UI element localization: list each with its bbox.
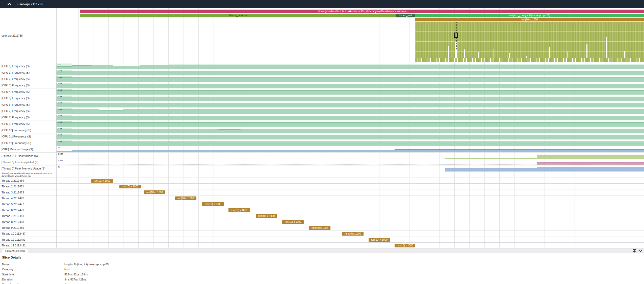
track-row[interactable]: [CPU 7] Frequency (S)2.5 K (0, 108, 644, 114)
selected-slice-fib[interactable] (454, 33, 458, 38)
track-canvas[interactable]: run(10) x 1000 (56, 237, 644, 242)
track-row[interactable]: Thread 9 2112485run(10) x 1000 (0, 225, 644, 231)
track-row[interactable]: [CPU 11] Frequency (S)2.5 K (0, 133, 644, 139)
flame-gap (624, 51, 625, 58)
track-row[interactable]: [CPU 5] Frequency (S)2.5 K (0, 95, 644, 101)
process-header-bar[interactable]: user-api 2111738 (0, 0, 644, 8)
slice-run10[interactable]: run(10) x 1000 (256, 214, 277, 218)
track-canvas[interactable]: run(10) x 1000 (56, 184, 644, 189)
counter-fill (56, 66, 72, 69)
track-row[interactable]: [CPU 1] Frequency (S)2.5 K (0, 69, 644, 75)
slice-run10[interactable]: run(10) x 1000 (342, 232, 364, 236)
track-row[interactable]: Thread 7 2112481run(10) x 1000 (0, 213, 644, 219)
slice-run10[interactable]: run(10) x 1000 (228, 208, 250, 212)
flamegraph-fib-slices[interactable] (415, 22, 644, 58)
slice-run10[interactable]: run(10) x 1000 (119, 185, 141, 188)
slice-thread-wait[interactable]: thread_wait (396, 14, 415, 17)
track-row[interactable]: [Thread 0] Peak Memory Usage (S)50 (0, 165, 644, 172)
track-row[interactable]: Thread 8 2112483run(10) x 1000 (0, 219, 644, 224)
process-track-row[interactable]: user-api 2111738 /home/jrmadsen/devel/c+… (0, 8, 644, 63)
track-canvas[interactable]: 2.5 K (56, 140, 644, 146)
counter-fill (445, 165, 537, 165)
track-canvas[interactable]: run(10) x 1000 (56, 178, 644, 183)
slice-run10[interactable]: run(10) x 1000 (282, 220, 304, 224)
track-canvas[interactable]: 2.5 K (56, 127, 644, 133)
slice-run-main[interactable]: run(size_t, long int) [user-api.cpp:91] (415, 14, 644, 17)
track-canvas[interactable]: 5 K (56, 63, 644, 69)
track-row[interactable]: [CPU 3] Frequency (S)2.5 K (0, 82, 644, 88)
track-row[interactable]: [CPU 4] Frequency (S)2.5 K (0, 89, 644, 95)
dock-to-top-icon[interactable] (633, 249, 636, 252)
slice-run10[interactable]: run(10) x 1000 (369, 238, 390, 242)
track-canvas[interactable]: run(10) x 1000 (56, 213, 644, 219)
track-canvas[interactable]: 2.5 K (56, 108, 644, 114)
track-canvas[interactable]: 2.5 K (56, 101, 644, 107)
track-label: [CPU 5] Frequency (S) (0, 95, 56, 101)
track-canvas[interactable]: 2.5 K (56, 69, 644, 75)
track-row[interactable]: Thread 2 2112471run(10) x 1000 (0, 183, 644, 189)
slice-run10[interactable]: run(10) x 1000 (175, 196, 196, 200)
track-row[interactable]: Thread 6 2112479run(10) x 1000 (0, 207, 644, 213)
track-row[interactable]: Thread 12 2112491run(10) x 1000 (0, 242, 644, 248)
track-canvas[interactable]: run(10) x 1000 (56, 189, 644, 195)
slice-run10-main[interactable]: run(10) x 1000 (415, 18, 644, 21)
track-row[interactable]: [Thread 0] FP instructions (S)0.5 M (0, 152, 644, 159)
track-row[interactable]: Thread 10 2112487run(10) x 1000 (0, 231, 644, 236)
slice-run10[interactable]: run(10) x 1000 (91, 179, 113, 183)
track-canvas[interactable]: 2.5 K (56, 114, 644, 120)
track-label: [CPU 12] Frequency (S) (0, 140, 56, 146)
track-canvas[interactable]: 2.5 K (56, 89, 644, 95)
track-label: [CPU 3] Frequency (S) (0, 82, 56, 88)
timeline-area[interactable]: user-api 2111738 /home/jrmadsen/devel/c+… (0, 8, 644, 248)
track-canvas[interactable]: run(10) x 1000 (56, 201, 644, 207)
track-canvas[interactable]: 2.5 K (56, 121, 644, 127)
track-row[interactable]: [CPU 0] Frequency (S)5 K (0, 63, 644, 69)
track-row[interactable]: Thread 5 2112477run(10) x 1000 (0, 201, 644, 207)
track-canvas[interactable] (56, 172, 644, 178)
chevron-down-icon[interactable] (639, 249, 642, 252)
slice-run10[interactable]: run(10) x 1000 (395, 244, 415, 247)
track-canvas[interactable]: run(10) x 1000 (56, 219, 644, 224)
slice-run10[interactable]: run(10) x 1000 (144, 190, 165, 194)
slice-run10[interactable]: run(10) x 1000 (202, 202, 224, 206)
slice-run10[interactable]: run(10) x 1000 (309, 226, 330, 230)
track-row[interactable]: Thread 11 2112489run(10) x 1000 (0, 237, 644, 242)
track-label: Thread 7 2112481 (0, 213, 56, 219)
track-row[interactable]: /home/jrmadsen/devel/c++/AARInternal/hos… (0, 172, 644, 178)
track-canvas[interactable]: 50 (56, 165, 644, 172)
track-canvas[interactable]: 75 (56, 146, 644, 152)
flamegraph-leaf-slices[interactable] (415, 58, 644, 62)
slice-thread-creation[interactable]: thread_creation (80, 14, 396, 17)
track-canvas[interactable]: run(10) x 1000 (56, 225, 644, 231)
slice-process-path[interactable]: /home/jrmadsen/devel/c++/AARInternal/hos… (80, 10, 644, 13)
track-row[interactable]: [CPU] Memory Usage (S)75 (0, 146, 644, 152)
track-canvas[interactable]: 0.5 M (56, 153, 644, 159)
track-row[interactable]: [CPU 10] Frequency (S)2.5 K (0, 127, 644, 133)
track-row[interactable]: [CPU 8] Frequency (S)2.5 K (0, 114, 644, 120)
track-row[interactable]: [CPU 2] Frequency (S)2.5 K (0, 76, 644, 82)
track-label: [CPU 2] Frequency (S) (0, 76, 56, 82)
track-row[interactable]: [Thread 0] Instr completed (S)2.5 G (0, 159, 644, 165)
track-canvas[interactable]: 2.5 K (56, 76, 644, 82)
track-canvas[interactable]: run(10) x 1000 (56, 231, 644, 236)
track-row[interactable]: [CPU 9] Frequency (S)2.5 K (0, 121, 644, 127)
counter-scale-label: 2.5 K (58, 127, 63, 130)
track-row[interactable]: Thread 1 2112469run(10) x 1000 (0, 178, 644, 183)
track-canvas[interactable]: 2.5 K (56, 82, 644, 88)
track-canvas[interactable]: 2.5 G (56, 159, 644, 165)
collapse-chevron-up-icon[interactable] (8, 3, 12, 7)
tab-current-selection[interactable]: Current Selection (2, 249, 28, 253)
track-row[interactable]: [CPU 6] Frequency (S)2.5 K (0, 101, 644, 107)
track-label: [CPU 10] Frequency (S) (0, 127, 56, 133)
track-canvas[interactable]: run(10) x 1000 (56, 195, 644, 201)
process-track-label: user-api 2111738 (0, 8, 56, 63)
track-canvas[interactable]: run(10) x 1000 (56, 207, 644, 213)
track-canvas[interactable]: run(10) x 1000 (56, 243, 644, 248)
track-row[interactable]: [CPU 12] Frequency (S)2.5 K (0, 140, 644, 146)
selection-tab-bar: Current Selection (0, 248, 644, 253)
track-row[interactable]: Thread 3 2112473run(10) x 1000 (0, 189, 644, 195)
track-row[interactable]: Thread 4 2112475run(10) x 1000 (0, 195, 644, 201)
process-track-canvas[interactable]: /home/jrmadsen/devel/c++/AARInternal/hos… (56, 8, 644, 63)
track-canvas[interactable]: 2.5 K (56, 95, 644, 101)
track-canvas[interactable]: 2.5 K (56, 133, 644, 139)
